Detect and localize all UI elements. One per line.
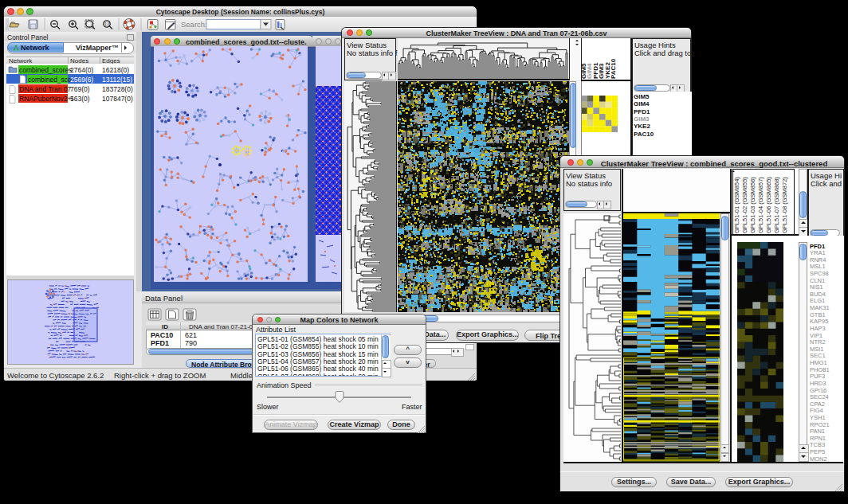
svg-text:Search:: Search: [181, 20, 207, 29]
svg-text:PAC10: PAC10 [610, 58, 617, 79]
svg-text:GPL51-04 (GSM857): GPL51-04 (GSM857) [757, 177, 764, 233]
svg-text:GPL51-02 (GSM855): GPL51-02 (GSM855) [741, 177, 748, 233]
svg-text:GPL51-06 (GSM865): GPL51-06 (GSM865) [765, 177, 772, 233]
svg-text:GPL51-07 (GSM868): GPL51-07 (GSM868) [773, 177, 780, 233]
svg-text:1:1: 1:1 [104, 22, 110, 26]
svg-text:GPL51-08 (GSM872): GPL51-08 (GSM872) [781, 177, 788, 233]
svg-text:GPL51-03 (GSM856): GPL51-03 (GSM856) [749, 177, 756, 233]
svg-text:GPL51-01 (GSM854): GPL51-01 (GSM854) [733, 177, 740, 233]
